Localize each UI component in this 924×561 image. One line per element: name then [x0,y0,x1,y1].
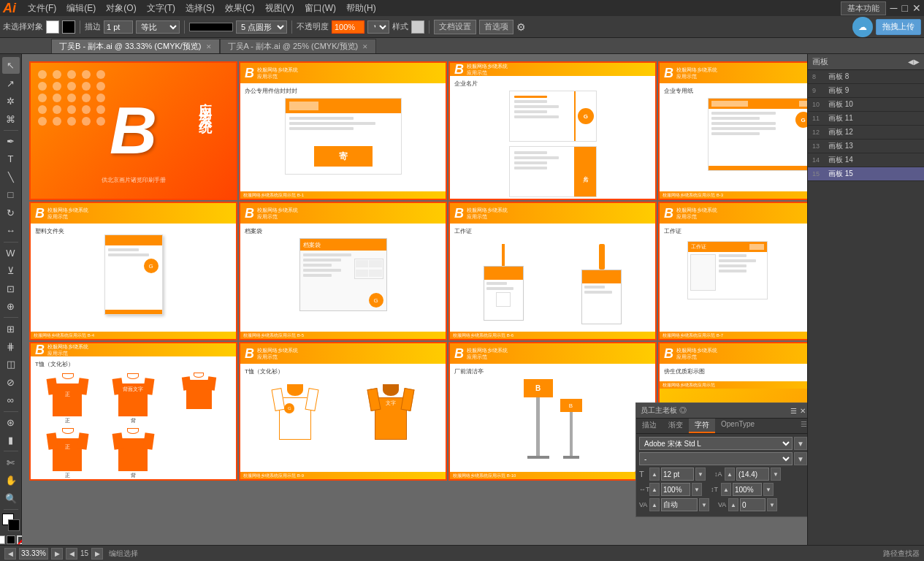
kerning-up-btn[interactable]: ▼ [767,498,777,511]
tab-stroke[interactable]: 描边 [636,419,663,433]
menu-edit[interactable]: 编辑(E) [62,1,100,16]
artboard-5[interactable]: B 校服网络乡绕系统 应用示范 塑料文件夹 [29,202,237,340]
stroke-color[interactable] [8,519,20,531]
font-style-select[interactable]: - [639,452,793,465]
fill-btn[interactable] [0,535,5,544]
tool-text[interactable]: T [2,150,20,167]
hscale-down-btn[interactable]: ▲ [649,483,660,496]
tool-eyedropper[interactable]: ⊘ [2,374,20,391]
artboard-7[interactable]: B 校服网络乡绕系统 应用示范 工作证 [448,202,657,340]
artboard-prev-btn[interactable]: ◀ [66,548,77,560]
tracking-input[interactable]: 自动 [661,498,698,511]
artboard-8[interactable]: B 校服网络乡绕系统 应用示范 工作证 [658,202,807,340]
tool-hand[interactable]: ✋ [2,472,20,489]
settings-icon[interactable]: ⚙ [516,21,526,33]
panel-resize-btn[interactable]: ◀▶ [908,58,920,66]
tool-rect[interactable]: □ [2,186,20,203]
tool-symbol[interactable]: ⊛ [2,414,20,431]
menu-object[interactable]: 对象(O) [102,1,140,16]
size-down-btn[interactable]: ▲ [649,468,660,481]
tab-opentype[interactable]: OpenType [715,419,760,433]
tool-blend[interactable]: ∞ [2,392,20,408]
stroke-select[interactable]: 等比 [136,20,180,34]
style-swatch[interactable] [411,20,424,34]
menu-help[interactable]: 帮助(H) [342,1,381,16]
layer-13[interactable]: 13 画板 13 [808,140,924,153]
menu-select[interactable]: 选择(S) [181,1,219,16]
hscale-up-btn[interactable]: ▼ [692,483,702,496]
layer-11[interactable]: 11 画板 11 [808,112,924,126]
leading-down-btn[interactable]: ▲ [725,468,735,481]
menu-file[interactable]: 文件(F) [23,1,61,16]
tab-0-close[interactable]: ✕ [206,43,212,50]
opacity-select[interactable]: ▼ [367,20,389,34]
workspace-btn[interactable]: 基本功能 [841,1,886,15]
doc-settings-btn[interactable]: 文档设置 [434,20,476,34]
vscale-down-btn[interactable]: ▲ [721,483,731,496]
color-swatches[interactable] [2,514,20,533]
zoom-prev-btn[interactable]: ◀ [4,548,16,560]
menu-window[interactable]: 窗口(W) [300,1,340,16]
tool-mesh[interactable]: ⋕ [2,338,20,355]
tracking-down-btn[interactable]: ▲ [649,498,660,511]
layer-10[interactable]: 10 画板 10 [808,98,924,112]
tool-warp[interactable]: ⊻ [2,262,20,279]
tool-magic-wand[interactable]: ✲ [2,93,20,110]
stroke-input[interactable] [104,20,133,34]
tool-mirror[interactable]: ↔ [2,222,20,239]
artboard-next-btn[interactable]: ▶ [91,548,103,560]
tool-lasso[interactable]: ⌘ [2,110,20,127]
layer-8[interactable]: 8 画板 8 [808,70,924,84]
tool-perspective[interactable]: ⊞ [2,320,20,337]
hscale-input[interactable]: 100% [661,483,690,496]
artboard-10[interactable]: B 校服网络乡绕系统 应用示范 T恤（文化衫） [239,342,447,481]
upload-icon[interactable]: ☁ [852,17,873,37]
leading-up-btn[interactable]: ▼ [771,468,781,481]
tool-direct-select[interactable]: ↗ [2,75,20,91]
font-style-btn[interactable]: ▼ [794,452,807,465]
opacity-input[interactable] [332,20,364,34]
artboard-2[interactable]: B 校服网络乡绕系统 应用示范 办公专用件信封封封 [239,61,447,200]
leading-input[interactable]: (14.4) [736,468,769,481]
menu-text[interactable]: 文字(T) [142,1,180,16]
artboard-9[interactable]: B 校服网络乡绕系统 应用示范 T恤（文化衫） [29,342,237,481]
zoom-next-btn[interactable]: ▶ [51,548,63,560]
tool-slice[interactable]: ✄ [2,454,20,470]
layer-9[interactable]: 9 画板 9 [808,84,924,98]
tool-zoom[interactable]: 🔍 [2,489,20,506]
layer-12[interactable]: 12 画板 12 [808,126,924,140]
tool-rotate[interactable]: ↻ [2,205,20,221]
stroke-btn[interactable] [7,535,15,544]
fill-swatch[interactable] [46,20,59,34]
artboard-11[interactable]: B 校服网络乡绕系统 应用示范 厂前清洁亭 [448,342,657,481]
tab-1[interactable]: 丁吴A - 副本.ai @ 25% (CMYK/预览) ✕ [220,39,377,53]
upload-btn[interactable]: 拖拽上传 [876,19,921,35]
tab-0[interactable]: 丁吴B - 副本.ai @ 33.33% (CMYK/预览) ✕ [51,39,220,53]
stroke-swatch[interactable] [62,20,75,34]
layer-14[interactable]: 14 画板 14 [808,153,924,167]
font-family-select[interactable]: Adobe 宋体 Std L [639,437,793,450]
tool-free-transform[interactable]: ⊡ [2,280,20,297]
tool-gradient[interactable]: ◫ [2,356,20,373]
tool-width[interactable]: W [2,245,20,262]
tab-1-close[interactable]: ✕ [362,43,368,50]
vscale-input[interactable]: 100% [733,483,762,496]
canvas-area[interactable]: B 应用系统 供北京画片诸览印刷手册 B 校服网络乡绕系统 应用示范 [22,54,807,561]
tab-gradient[interactable]: 渐变 [663,419,689,433]
artboard-4[interactable]: B 校服网络乡绕系统 应用示范 企业专用纸 [658,61,807,200]
kerning-down-btn[interactable]: ▲ [728,498,738,511]
char-panel-close[interactable]: ✕ [800,407,806,415]
close-btn[interactable]: ✕ [912,2,921,14]
layer-15[interactable]: 15 画板 15 [808,167,924,181]
panel-options[interactable]: ☰ [798,419,807,433]
artboard-1[interactable]: B 应用系统 供北京画片诸览印刷手册 [29,61,237,200]
maximize-btn[interactable]: □ [902,2,908,14]
minimize-btn[interactable]: ─ [890,2,898,14]
tool-pen[interactable]: ✒ [2,133,20,150]
tool-chart[interactable]: ▮ [2,432,20,449]
tool-select[interactable]: ↖ [2,57,20,74]
kerning-input[interactable]: 0 [740,498,765,511]
font-options-btn[interactable]: ▼ [794,437,807,450]
artboard-6[interactable]: B 校服网络乡绕系统 应用示范 档案袋 [239,202,447,340]
tool-shapebuilder[interactable]: ⊕ [2,298,20,315]
